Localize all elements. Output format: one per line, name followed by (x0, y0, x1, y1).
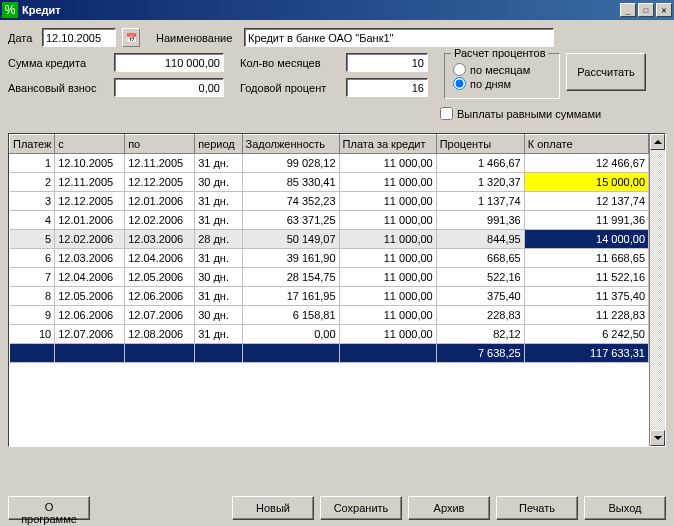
totals-row: 7 638,25117 633,31 (10, 344, 649, 363)
vertical-scrollbar[interactable] (649, 134, 665, 446)
column-header[interactable]: Задолженность (242, 135, 339, 154)
name-input[interactable] (244, 28, 554, 47)
column-header[interactable]: период (195, 135, 242, 154)
print-button[interactable]: Печать (496, 496, 578, 520)
amount-label: Сумма кредита (8, 57, 108, 69)
months-input[interactable] (346, 53, 428, 72)
about-button[interactable]: О программе (8, 496, 90, 520)
table-row[interactable]: 712.04.200612.05.200630 дн.28 154,7511 0… (10, 268, 649, 287)
footer-buttons: О программе Новый Сохранить Архив Печать… (8, 496, 666, 520)
payments-table[interactable]: ПлатежспопериодЗадолженностьПлата за кре… (9, 134, 649, 363)
table-header-row: ПлатежспопериодЗадолженностьПлата за кре… (10, 135, 649, 154)
table-row[interactable]: 112.10.200512.11.200531 дн.99 028,1211 0… (10, 154, 649, 173)
by-days-label: по дням (470, 78, 511, 90)
calc-group-label: Расчет процентов (451, 47, 548, 59)
app-icon: % (2, 2, 18, 18)
column-header[interactable]: Платеж (10, 135, 55, 154)
equal-payments-checkbox[interactable] (440, 107, 453, 120)
calculate-button[interactable]: Рассчитать (566, 53, 646, 91)
exit-button[interactable]: Выход (584, 496, 666, 520)
arrow-up-icon (654, 140, 662, 144)
table-row[interactable]: 512.02.200612.03.200628 дн.50 149,0711 0… (10, 230, 649, 249)
form-area: Дата 📅 Наименование Сумма кредита Авансо… (0, 20, 674, 129)
amount-input[interactable] (114, 53, 224, 72)
table-row[interactable]: 1012.07.200612.08.200631 дн.0,0011 000,0… (10, 325, 649, 344)
scroll-up-button[interactable] (650, 134, 665, 150)
new-button[interactable]: Новый (232, 496, 314, 520)
table-row[interactable]: 912.06.200612.07.200630 дн.6 158,8111 00… (10, 306, 649, 325)
rate-input[interactable] (346, 78, 428, 97)
equal-payments-label: Выплаты равными суммами (457, 108, 601, 120)
calc-method-group: Расчет процентов по месяцам по дням (444, 53, 560, 99)
table-row[interactable]: 412.01.200612.02.200631 дн.63 371,2511 0… (10, 211, 649, 230)
window-controls: _ ☐ ✕ (620, 3, 672, 17)
date-input[interactable] (42, 28, 116, 47)
advance-label: Авансовый взнос (8, 82, 108, 94)
titlebar: % Кредит _ ☐ ✕ (0, 0, 674, 20)
name-label: Наименование (156, 32, 238, 44)
table-row[interactable]: 312.12.200512.01.200631 дн.74 352,2311 0… (10, 192, 649, 211)
table-row[interactable]: 812.05.200612.06.200631 дн.17 161,9511 0… (10, 287, 649, 306)
save-button[interactable]: Сохранить (320, 496, 402, 520)
archive-button[interactable]: Архив (408, 496, 490, 520)
table-row[interactable]: 212.11.200512.12.200530 дн.85 330,4111 0… (10, 173, 649, 192)
arrow-down-icon (654, 436, 662, 440)
date-label: Дата (8, 32, 36, 44)
months-label: Кол-во месяцев (240, 57, 340, 69)
column-header[interactable]: К оплате (524, 135, 648, 154)
grid: ПлатежспопериодЗадолженностьПлата за кре… (8, 133, 666, 447)
by-months-radio[interactable] (453, 63, 466, 76)
maximize-button[interactable]: ☐ (638, 3, 654, 17)
scroll-track[interactable] (650, 150, 665, 430)
date-picker-button[interactable]: 📅 (122, 28, 140, 47)
minimize-button[interactable]: _ (620, 3, 636, 17)
column-header[interactable]: Плата за кредит (339, 135, 436, 154)
by-months-label: по месяцам (470, 64, 530, 76)
column-header[interactable]: по (125, 135, 195, 154)
advance-input[interactable] (114, 78, 224, 97)
rate-label: Годовой процент (240, 82, 340, 94)
column-header[interactable]: с (55, 135, 125, 154)
by-days-radio[interactable] (453, 77, 466, 90)
table-row[interactable]: 612.03.200612.04.200631 дн.39 161,9011 0… (10, 249, 649, 268)
close-button[interactable]: ✕ (656, 3, 672, 17)
scroll-down-button[interactable] (650, 430, 665, 446)
window-title: Кредит (22, 4, 620, 16)
column-header[interactable]: Проценты (436, 135, 524, 154)
